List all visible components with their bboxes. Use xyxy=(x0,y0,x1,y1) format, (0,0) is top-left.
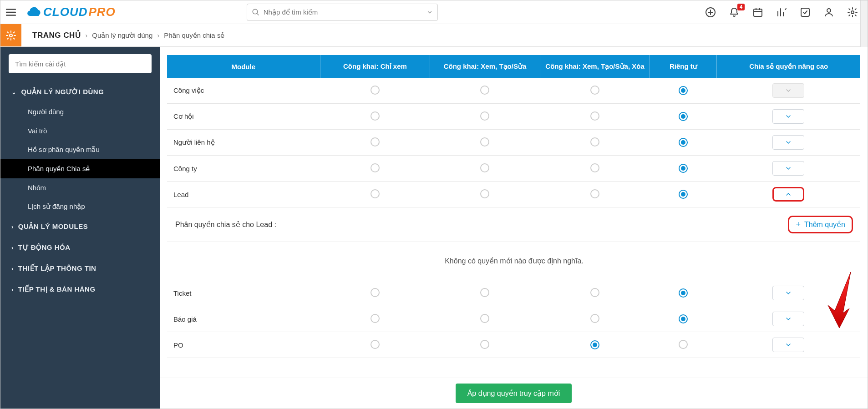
radio-option[interactable] xyxy=(679,86,688,95)
chevron-right-icon: › xyxy=(11,244,14,251)
sidebar-group-modules[interactable]: › QUẢN LÝ MODULES xyxy=(0,216,160,237)
sidebar-item-users[interactable]: Người dùng xyxy=(0,102,160,121)
module-cell: PO xyxy=(167,332,320,358)
search-icon xyxy=(252,8,260,16)
advanced-cell xyxy=(717,332,860,358)
calendar-button[interactable] xyxy=(752,6,764,18)
topbar: CLOUDPRO 4 xyxy=(0,0,868,24)
advanced-cell xyxy=(717,306,860,332)
sidebar-item-roles[interactable]: Vai trò xyxy=(0,121,160,140)
notifications-button[interactable]: 4 xyxy=(728,6,740,18)
expand-button[interactable] xyxy=(772,109,804,124)
permission-cell xyxy=(540,332,650,358)
permission-cell xyxy=(650,104,717,130)
radio-option[interactable] xyxy=(590,86,599,95)
permission-cell xyxy=(430,332,540,358)
logo[interactable]: CLOUDPRO xyxy=(25,5,116,19)
radio-option[interactable] xyxy=(679,288,688,298)
settings-tab[interactable] xyxy=(0,24,21,46)
hamburger-icon xyxy=(5,6,17,18)
breadcrumb-home[interactable]: TRANG CHỦ xyxy=(32,30,81,40)
add-permission-button[interactable]: +Thêm quyền xyxy=(788,216,853,233)
tasks-button[interactable] xyxy=(799,6,811,18)
permission-cell xyxy=(650,306,717,332)
radio-option[interactable] xyxy=(371,86,380,95)
permission-cell xyxy=(540,280,650,306)
gear-icon xyxy=(847,7,858,18)
sidebar-item-login-history[interactable]: Lịch sử đăng nhập xyxy=(0,197,160,216)
breadcrumb-level1[interactable]: Quản lý người dùng xyxy=(92,31,152,40)
radio-option[interactable] xyxy=(480,314,489,323)
col-header-public-rwd: Công khai: Xem, Tạo/Sửa, Xóa xyxy=(540,55,650,78)
radio-option[interactable] xyxy=(371,340,380,349)
radio-option[interactable] xyxy=(590,189,599,198)
sidebar-group-config[interactable]: › THIẾT LẬP THÔNG TIN xyxy=(0,258,160,279)
sidebar-group-marketing[interactable]: › TIẾP THỊ & BÁN HÀNG xyxy=(0,279,160,300)
collapse-button[interactable] xyxy=(772,187,804,202)
expand-button[interactable] xyxy=(772,338,804,352)
radio-option[interactable] xyxy=(679,138,688,147)
radio-option[interactable] xyxy=(679,190,688,199)
radio-option[interactable] xyxy=(590,163,599,172)
radio-option[interactable] xyxy=(480,189,489,198)
expand-button[interactable] xyxy=(772,161,804,176)
radio-option[interactable] xyxy=(371,111,380,121)
main-content: Module Công khai: Chỉ xem Công khai: Xem… xyxy=(160,47,868,409)
chevron-right-icon: › xyxy=(85,31,87,39)
chevron-down-icon[interactable] xyxy=(426,9,433,15)
radio-option[interactable] xyxy=(480,86,489,95)
radio-option[interactable] xyxy=(679,340,688,349)
sidebar-item-profiles[interactable]: Hồ sơ phân quyền mẫu xyxy=(0,140,160,159)
radio-option[interactable] xyxy=(371,314,380,323)
expand-button[interactable] xyxy=(772,135,804,150)
menu-toggle-button[interactable] xyxy=(0,0,21,24)
radio-option[interactable] xyxy=(480,137,489,146)
radio-option[interactable] xyxy=(371,288,380,297)
expand-button[interactable] xyxy=(772,286,804,300)
add-button[interactable] xyxy=(705,6,716,18)
radio-option[interactable] xyxy=(371,163,380,172)
radio-option[interactable] xyxy=(590,111,599,121)
cloud-icon xyxy=(25,6,42,19)
global-search[interactable] xyxy=(247,4,438,21)
permission-cell xyxy=(650,280,717,306)
radio-option[interactable] xyxy=(679,112,688,121)
module-cell: Công việc xyxy=(167,78,320,104)
expand-button[interactable] xyxy=(772,312,804,326)
permission-cell xyxy=(320,78,430,104)
radio-option[interactable] xyxy=(590,288,599,297)
table-row: Công việc xyxy=(167,78,860,104)
svg-rect-2 xyxy=(754,9,762,16)
permission-cell xyxy=(430,78,540,104)
profile-button[interactable] xyxy=(823,6,835,18)
radio-option[interactable] xyxy=(480,163,489,172)
lead-detail-header-row: Phân quyền chia sẻ cho Lead :+Thêm quyền xyxy=(167,207,860,242)
radio-option[interactable] xyxy=(679,164,688,173)
settings-button[interactable] xyxy=(847,6,858,18)
radio-option[interactable] xyxy=(679,314,688,323)
permission-cell xyxy=(320,156,430,182)
apply-button[interactable]: Áp dụng quyền truy cập mới xyxy=(456,384,572,403)
radio-option[interactable] xyxy=(480,111,489,121)
svg-point-5 xyxy=(851,11,854,14)
radio-option[interactable] xyxy=(480,340,489,349)
col-header-private: Riêng tư xyxy=(650,55,717,78)
search-input[interactable] xyxy=(264,8,423,16)
radio-option[interactable] xyxy=(371,137,380,146)
sidebar-group-automation[interactable]: › TỰ ĐỘNG HÓA xyxy=(0,237,160,258)
sidebar-search-input[interactable] xyxy=(9,54,152,73)
radio-option[interactable] xyxy=(371,189,380,198)
permission-cell xyxy=(320,280,430,306)
sidebar-group-users[interactable]: ⌄ QUẢN LÝ NGƯỜI DÙNG xyxy=(0,81,160,102)
permission-cell xyxy=(540,130,650,156)
sidebar-item-sharing[interactable]: Phân quyền Chia sẻ xyxy=(0,159,160,178)
permission-cell xyxy=(430,156,540,182)
radio-option[interactable] xyxy=(590,137,599,146)
reports-button[interactable] xyxy=(776,6,787,18)
sidebar-item-groups[interactable]: Nhóm xyxy=(0,178,160,197)
radio-option[interactable] xyxy=(480,288,489,297)
radio-option[interactable] xyxy=(590,314,599,323)
sharing-table: Module Công khai: Chỉ xem Công khai: Xem… xyxy=(167,55,860,358)
radio-option[interactable] xyxy=(590,340,599,349)
sidebar-search[interactable] xyxy=(9,54,152,73)
